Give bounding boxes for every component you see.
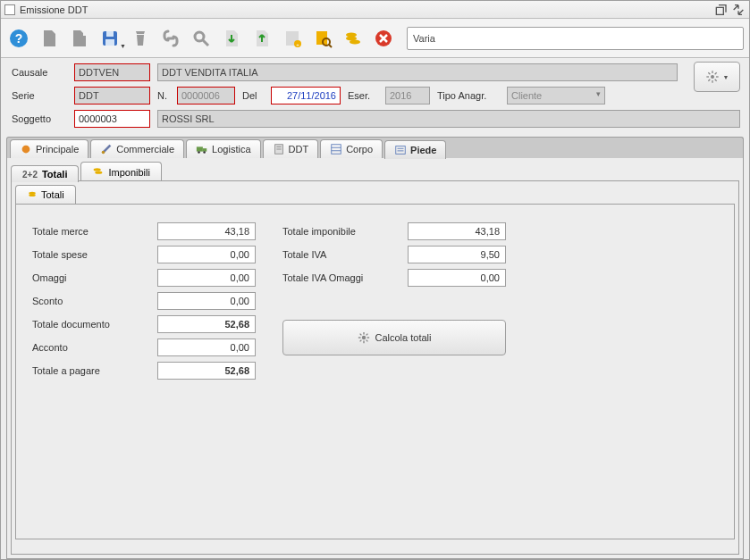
truck-icon [196,143,208,155]
totale-iva-omaggi-label: Totale IVA Omaggi [282,272,408,283]
restore-button[interactable] [715,4,729,16]
svg-rect-38 [396,146,406,155]
tab-label: Commerciale [116,144,174,155]
serie-field[interactable]: DDT [74,87,150,104]
acconto-label: Acconto [32,342,157,353]
tipoanagr-combo[interactable]: Cliente [507,87,605,104]
tab-logistica[interactable]: Logistica [186,139,260,158]
svg-point-30 [198,151,200,154]
search-button[interactable] [189,26,214,51]
open-button[interactable] [67,26,92,51]
totale-imponibile-label: Totale imponibile [282,226,408,237]
del-label: Del [242,90,264,101]
window-icon [4,4,15,15]
document-icon [273,143,285,155]
tipoanagr-label: Tipo Anagr. [437,90,500,101]
n-field[interactable]: 0000006 [177,87,235,104]
inner-tabs: Totali [15,185,735,204]
svg-line-52 [359,340,361,342]
tab-piede[interactable]: Piede [384,140,446,159]
del-field[interactable]: 27/11/2016 [271,87,341,104]
svg-point-27 [102,151,105,155]
n-label: N. [157,90,170,101]
delete-button[interactable] [128,26,153,51]
omaggi-value[interactable]: 0,00 [157,269,256,287]
maximize-button[interactable] [731,4,746,16]
save-button[interactable]: ▼ [97,26,122,51]
link-button[interactable] [158,26,183,51]
tab-corpo[interactable]: Corpo [320,139,383,158]
svg-text:+: + [296,42,299,47]
note-button[interactable]: + [280,26,305,51]
eser-field: 2016 [385,87,430,104]
totale-iva-omaggi-value[interactable]: 0,00 [408,269,506,287]
totale-spese-value[interactable]: 0,00 [157,246,256,263]
tab-totali-inner[interactable]: Totali [15,185,76,204]
tab-principale[interactable]: Principale [10,139,88,158]
totals-content: Totale merce 43,18 Totale imponibile 43,… [15,204,735,539]
acconto-value[interactable]: 0,00 [157,339,256,356]
svg-point-31 [203,151,206,154]
eser-label: Eser. [348,90,378,101]
causale-desc-field: DDT VENDITA ITALIA [157,63,678,81]
toolbar: ? ▼ + [1,19,749,58]
tab-ddt[interactable]: DDT [263,139,319,158]
svg-line-51 [366,340,367,342]
svg-point-45 [361,336,365,339]
import-button[interactable] [219,26,244,51]
totals-grid: Totale merce 43,18 Totale imponibile 43,… [32,222,718,380]
calcola-totali-button[interactable]: Calcola totali [282,320,506,355]
svg-point-42 [96,171,103,174]
omaggi-label: Omaggi [32,272,157,283]
soggetto-desc-field: ROSSI SRL [157,110,740,128]
grid-icon [330,143,342,155]
svg-rect-35 [332,145,341,155]
svg-line-6 [203,40,208,46]
totale-merce-value[interactable]: 43,18 [157,222,256,240]
tab-label: DDT [289,144,309,155]
svg-rect-3 [106,31,114,37]
soggetto-label: Soggetto [12,113,67,124]
tab-totali[interactable]: 2+2 Totali [11,165,79,182]
tab-commerciale[interactable]: Commerciale [90,139,184,158]
causale-code-field[interactable]: DDTVEN [74,63,150,81]
main-tabs: Principale Commerciale Logistica DDT Cor… [6,137,744,158]
totale-imponibile-value[interactable]: 43,18 [408,222,506,240]
svg-rect-28 [197,146,203,151]
close-button[interactable] [371,26,396,51]
serie-label: Serie [12,90,67,101]
tab-label: Imponibili [108,167,149,178]
titlebar: Emissione DDT [1,1,749,19]
find-doc-button[interactable] [310,26,335,51]
svg-rect-4 [105,39,114,46]
tab-label: Logistica [212,144,250,155]
svg-line-25 [714,72,716,74]
header-form: ▼ Causale DDTVEN DDT VENDITA ITALIA Seri… [1,58,749,135]
new-button[interactable] [37,26,62,51]
tab-imponibili[interactable]: Imponibili [80,162,161,181]
settings-button[interactable]: ▼ [694,62,740,92]
sconto-value[interactable]: 0,00 [157,292,256,310]
totale-a-pagare-label: Totale a pagare [32,365,157,376]
app-window: Emissione DDT ? ▼ [0,0,750,560]
coins-button[interactable] [341,26,366,51]
totale-iva-label: Totale IVA [282,249,408,260]
svg-rect-29 [203,148,206,152]
svg-line-50 [359,334,361,336]
tools-icon [100,143,113,155]
sub-tabs: 2+2 Totali Imponibili [11,162,739,181]
totale-documento-label: Totale documento [32,319,157,330]
totali-pane: Totali Totale merce 43,18 Totale imponib… [11,180,739,555]
causale-label: Causale [12,67,67,78]
gear-icon [358,331,370,344]
totale-documento-value[interactable]: 52,68 [157,315,256,333]
tab-label: Piede [410,145,436,155]
tab-label: Principale [36,144,79,155]
tab-label: Totali [41,189,64,200]
totale-a-pagare-value[interactable]: 52,68 [157,362,256,380]
help-button[interactable]: ? [6,26,31,51]
soggetto-code-field[interactable]: 0000003 [74,110,150,128]
totale-iva-value[interactable]: 9,50 [408,246,506,263]
piede-pane: 2+2 Totali Imponibili Totali [6,158,744,559]
export-button[interactable] [249,26,274,51]
